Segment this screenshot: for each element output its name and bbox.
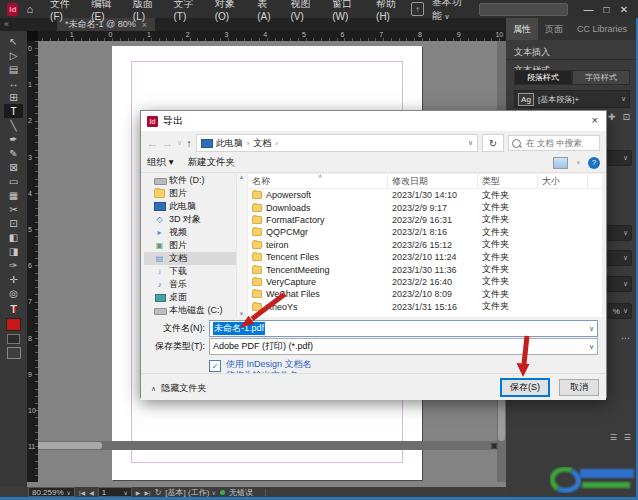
- tool-gradient-feather[interactable]: ◨: [4, 244, 23, 258]
- minimize-button[interactable]: —: [584, 4, 594, 15]
- view-dropdown-icon[interactable]: ▾: [576, 159, 580, 167]
- last-page-button[interactable]: ▶|: [144, 489, 150, 496]
- breadcrumb-folder[interactable]: 文档: [253, 137, 271, 150]
- tree-item[interactable]: 3D 对象: [144, 213, 236, 226]
- preflight-profile[interactable]: [基本] (工作) ∨: [165, 487, 216, 498]
- tool-scissors[interactable]: ✂: [4, 202, 23, 216]
- view-mode-icon[interactable]: [553, 157, 568, 169]
- menu-item[interactable]: 帮助(H): [369, 0, 411, 24]
- tool-frame[interactable]: ⊠: [4, 160, 23, 174]
- maximize-button[interactable]: □: [604, 4, 610, 15]
- search-box[interactable]: [508, 135, 600, 151]
- organize-button[interactable]: 组织 ▾: [147, 156, 173, 169]
- chevron-down-icon[interactable]: ∨: [589, 325, 594, 333]
- menu-item[interactable]: 文字(T): [167, 0, 208, 24]
- tool-selection[interactable]: ↖: [4, 34, 23, 48]
- formatting-toggle-icon[interactable]: [7, 334, 20, 344]
- hide-folders-button[interactable]: ∧ 隐藏文件夹: [151, 382, 206, 395]
- zoom-level-select[interactable]: 80.259%∨: [28, 487, 75, 497]
- preflight-status[interactable]: 无错误: [229, 487, 253, 498]
- breadcrumb-root[interactable]: 此电脑: [216, 137, 243, 150]
- horizontal-scrollbar[interactable]: ▣: [0, 441, 506, 450]
- back-icon[interactable]: ←: [147, 137, 158, 149]
- tree-item[interactable]: 文档: [144, 252, 236, 265]
- tool-free-transform[interactable]: ⊡: [4, 216, 23, 230]
- tool-gradient[interactable]: ◧: [4, 230, 23, 244]
- tree-item[interactable]: 软件 (D:): [144, 174, 236, 187]
- forward-icon[interactable]: →: [162, 137, 173, 149]
- use-docname-checkbox[interactable]: ✓: [209, 360, 221, 372]
- new-folder-button[interactable]: 新建文件夹: [187, 156, 235, 169]
- menu-item[interactable]: 文件(F): [43, 0, 84, 24]
- pages-grid-icon[interactable]: ▣: [490, 441, 498, 450]
- tree-item[interactable]: 图片: [144, 239, 236, 252]
- file-row-QQPCMgr[interactable]: QQPCMgr 2023/2/1 8:16 文件夹: [248, 226, 602, 238]
- previous-page-button[interactable]: ◀: [89, 489, 94, 496]
- page-number-select[interactable]: 1∨: [98, 487, 132, 497]
- menu-item[interactable]: 视图(V): [284, 0, 326, 24]
- fill-color-swatch[interactable]: [6, 318, 21, 331]
- column-header-size[interactable]: 大小: [538, 174, 588, 188]
- new-style-icon[interactable]: ✚: [608, 112, 616, 122]
- tool-direct-selection[interactable]: ▷: [4, 48, 23, 62]
- tree-item[interactable]: 下载: [144, 265, 236, 278]
- recent-locations-icon[interactable]: ∨: [177, 139, 182, 147]
- first-page-button[interactable]: |◀: [79, 489, 85, 496]
- chevron-down-icon[interactable]: ∨: [589, 343, 594, 351]
- column-header-type[interactable]: 类型: [478, 174, 538, 188]
- dialog-title-bar[interactable]: Id 导出 ×: [141, 111, 606, 131]
- collapse-panels-icon[interactable]: «: [0, 18, 13, 31]
- app-search-input[interactable]: [479, 3, 568, 16]
- tool-rectangle[interactable]: ▭: [4, 174, 23, 188]
- tool-pencil[interactable]: ✎: [4, 146, 23, 160]
- tool-hand[interactable]: ✛: [4, 272, 23, 286]
- search-input[interactable]: [524, 137, 596, 149]
- tree-item[interactable]: 图片: [144, 187, 236, 200]
- address-bar[interactable]: 此电脑 › 文档 › ∨: [196, 134, 478, 152]
- preflight-refresh-icon[interactable]: ↻: [155, 488, 162, 497]
- menu-item[interactable]: 编辑(E): [84, 0, 126, 24]
- tool-gap[interactable]: ↔: [4, 76, 23, 90]
- refresh-button[interactable]: ↻: [482, 134, 504, 152]
- next-page-button[interactable]: ▶: [136, 489, 141, 496]
- tool-content-collector[interactable]: ⊞: [4, 90, 23, 104]
- share-icon[interactable]: ↑: [411, 2, 424, 16]
- close-button[interactable]: ✕: [620, 4, 628, 15]
- tool-table[interactable]: ▦: [4, 188, 23, 202]
- file-row-teiron[interactable]: teiron 2023/2/6 15:12 文件夹: [248, 239, 602, 251]
- file-row-TencentMeeting[interactable]: TencentMeeting 2023/1/30 11:36 文件夹: [248, 263, 602, 275]
- paragraph-styles-button[interactable]: 段落样式: [514, 70, 572, 85]
- file-row-Tencent Files[interactable]: Tencent Files 2023/2/10 11:24 文件夹: [248, 251, 602, 263]
- vertical-ruler[interactable]: 01234567891011: [27, 41, 38, 482]
- character-styles-button[interactable]: 字符样式: [572, 70, 630, 85]
- panel-options-icon[interactable]: ⊡: [622, 112, 630, 122]
- ruler-origin-corner[interactable]: [27, 31, 38, 41]
- address-dropdown-icon[interactable]: ∨: [468, 139, 473, 147]
- paragraph-style-select[interactable]: Ag [基本段落]+ ∨: [514, 90, 630, 108]
- cancel-button[interactable]: 取消: [559, 379, 599, 396]
- menu-item[interactable]: 表(A): [250, 0, 283, 24]
- file-row-Apowersoft[interactable]: Apowersoft 2023/1/30 14:10 文件夹: [248, 189, 602, 201]
- workspace-switcher[interactable]: 基本功能 ∨: [432, 0, 471, 23]
- tool-pen[interactable]: ✒: [4, 132, 23, 146]
- tree-item[interactable]: 本地磁盘 (C:): [144, 304, 236, 317]
- tool-zoom[interactable]: ◎: [4, 286, 23, 300]
- menu-item[interactable]: 窗口(W): [325, 0, 369, 24]
- file-row-WeChat Files[interactable]: WeChat Files 2023/2/10 8:09 文件夹: [248, 288, 602, 300]
- file-row-FormatFactory[interactable]: FormatFactory 2023/2/9 16:31 文件夹: [248, 214, 602, 226]
- home-icon[interactable]: ⌂: [26, 3, 33, 15]
- tree-item[interactable]: 此电脑: [144, 200, 236, 213]
- tree-item[interactable]: 视频: [144, 226, 236, 239]
- file-row-VeryCapture[interactable]: VeryCapture 2023/2/2 16:40 文件夹: [248, 276, 602, 288]
- tool-line[interactable]: ╲: [4, 118, 23, 132]
- tool-type[interactable]: T: [4, 104, 23, 118]
- menu-item[interactable]: 对象(O): [208, 0, 251, 24]
- tree-item[interactable]: 桌面: [144, 291, 236, 304]
- tool-page[interactable]: ▤: [4, 62, 23, 76]
- horizontal-ruler[interactable]: 21012345678910: [27, 31, 506, 41]
- alignment-icons[interactable]: ☰☰: [610, 433, 632, 442]
- dialog-close-icon[interactable]: ×: [592, 114, 598, 126]
- horizontal-scrollbar-thumb[interactable]: [30, 442, 102, 449]
- file-row-XneoYs[interactable]: XneoYs 2023/1/31 15:16 文件夹: [248, 301, 602, 313]
- menu-item[interactable]: 版面(L): [126, 0, 167, 24]
